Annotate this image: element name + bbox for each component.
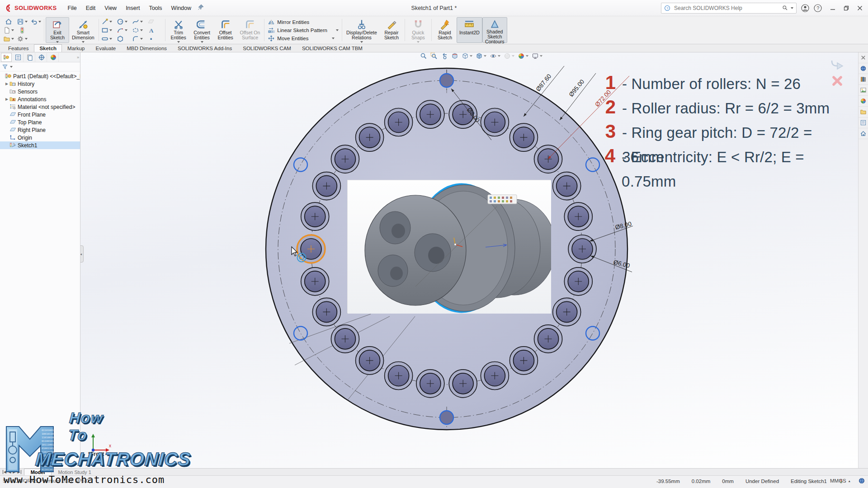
roller[interactable] [449,370,477,398]
panel-tabs-overflow[interactable]: » [77,55,79,60]
open-button[interactable] [3,35,14,42]
home-button[interactable] [5,18,12,25]
save-button[interactable] [17,18,28,25]
solidworks-resources-icon[interactable] [859,128,868,139]
spline-tool-button[interactable] [132,18,143,25]
tree-item-sensors[interactable]: Sensors [0,88,80,95]
dimension-label[interactable]: Ø95.00 [568,78,586,98]
status-globe-icon[interactable] [858,477,865,484]
status-units[interactable]: MMGS [830,478,846,483]
help-search-box[interactable]: ? [661,3,797,14]
tab-dimxpert[interactable] [36,53,47,62]
design-library-icon[interactable] [859,74,868,85]
rectangle-tool-button[interactable] [101,27,112,34]
ribbon-tab-markup[interactable]: Markup [62,44,90,52]
tree-item-right[interactable]: Right Plane [0,126,80,134]
minimize-button[interactable] [830,5,835,11]
tree-item-origin[interactable]: Origin [0,134,80,141]
line-tool-button[interactable] [101,18,112,25]
menu-insert[interactable]: Insert [121,3,144,13]
menu-window[interactable]: Window [167,3,196,13]
ribbon-tab-mbd-dimensions[interactable]: MBD Dimensions [121,44,172,52]
search-dropdown-caret[interactable] [791,7,793,9]
filter-funnel-icon[interactable] [2,64,8,70]
new-document-button[interactable] [3,27,14,34]
dimension-label[interactable]: Ø87.60 [535,73,553,93]
resources-globe-icon[interactable] [859,63,868,74]
hide-show-items-icon[interactable] [490,52,500,60]
roller[interactable] [312,172,340,200]
slot-tool-button[interactable] [101,35,112,42]
zoom-fit-icon[interactable] [420,52,427,60]
ribbon-tab-solidworks-add-ins[interactable]: SOLIDWORKS Add-Ins [172,44,237,52]
previous-view-icon[interactable] [441,52,448,60]
view-settings-icon[interactable] [532,52,542,60]
tab-display-manager[interactable] [48,53,59,62]
tab-model[interactable]: Model [24,469,52,475]
apply-scene-icon[interactable] [518,52,528,60]
display-style-icon[interactable] [476,52,486,60]
rapid-sketch-button[interactable]: Rapid Sketch [433,17,457,43]
roller[interactable] [385,108,413,136]
smart-dimension-button[interactable]: Smart Dimension [69,17,97,43]
restore-button[interactable] [844,5,849,11]
menu-file[interactable]: File [63,3,81,13]
search-input[interactable] [673,5,779,12]
circle-tool-button[interactable] [117,18,127,25]
mirror-entities-button[interactable]: Mirror Entities [268,19,339,26]
roller[interactable] [312,298,340,326]
roller[interactable] [481,362,509,390]
roller[interactable] [564,202,592,230]
trim-entities-button[interactable]: Trim Entities [167,17,190,43]
ellipse-tool-button[interactable] [132,27,143,34]
tree-item-annotations[interactable]: ▶AAnnotations [0,95,80,103]
roller[interactable] [416,370,444,398]
repair-sketch-button[interactable]: Repair Sketch [380,17,403,43]
cancel-sketch-icon[interactable] [831,75,843,87]
roller[interactable] [356,347,384,375]
polygon-tool-button[interactable] [117,35,124,42]
appearances-scenes-icon[interactable] [859,96,868,107]
tree-item-history[interactable]: ▶History [0,80,80,88]
exit-sketch-button[interactable]: Exit Sketch [46,17,69,43]
custom-properties-icon[interactable] [859,117,868,128]
roller[interactable] [356,123,384,151]
selected-construction-circle[interactable] [440,74,453,87]
text-tool-button[interactable]: A [147,27,155,34]
units-caret[interactable]: ▴ [849,479,850,483]
menu-view[interactable]: View [100,3,121,13]
close-button[interactable] [857,5,863,11]
ribbon-tab-sketch[interactable]: Sketch [34,44,62,52]
point-tool-button[interactable] [147,35,155,42]
rebuild-button[interactable] [19,27,26,34]
tab-motion-study[interactable]: Motion Study 1 [52,469,97,475]
move-entities-button[interactable]: Move Entities [268,35,339,42]
roller[interactable] [534,325,562,353]
tree-item-sketch1[interactable]: Sketch1 [0,141,80,149]
ribbon-tab-features[interactable]: Features [3,44,34,52]
display-delete-relations-button[interactable]: Display/Delete Relations [344,17,380,43]
fillet-tool-button[interactable] [132,35,143,42]
menu-tools[interactable]: Tools [144,3,166,13]
options-button[interactable] [17,35,28,42]
user-account-icon[interactable] [801,4,809,12]
roller[interactable] [564,267,592,296]
tab-property-manager[interactable] [13,53,24,62]
tab-scroll-arrows[interactable]: ◀◀▶▶ [0,470,24,474]
ribbon-tab-solidworks-cam[interactable]: SOLIDWORKS CAM [237,44,297,52]
instant2d-button[interactable]: Instant2D [457,17,482,43]
view-palette-icon[interactable] [859,85,868,96]
dimension-leader[interactable] [560,73,596,120]
section-view-icon[interactable] [451,52,458,60]
undo-button[interactable] [30,18,41,25]
pin-menu-icon[interactable] [198,4,204,12]
offset-entities-button[interactable]: Offset Entities [214,17,237,43]
tab-configurations[interactable] [24,53,35,62]
roller[interactable] [331,145,359,173]
arc-tool-button[interactable] [117,27,127,34]
shaded-sketch-contours-button[interactable]: Shaded Sketch Contours [482,17,507,43]
help-icon[interactable]: ? [814,4,822,12]
tree-item-front[interactable]: Front Plane [0,111,80,118]
roller[interactable] [509,123,538,151]
convert-entities-button[interactable]: Convert Entities [190,17,214,43]
